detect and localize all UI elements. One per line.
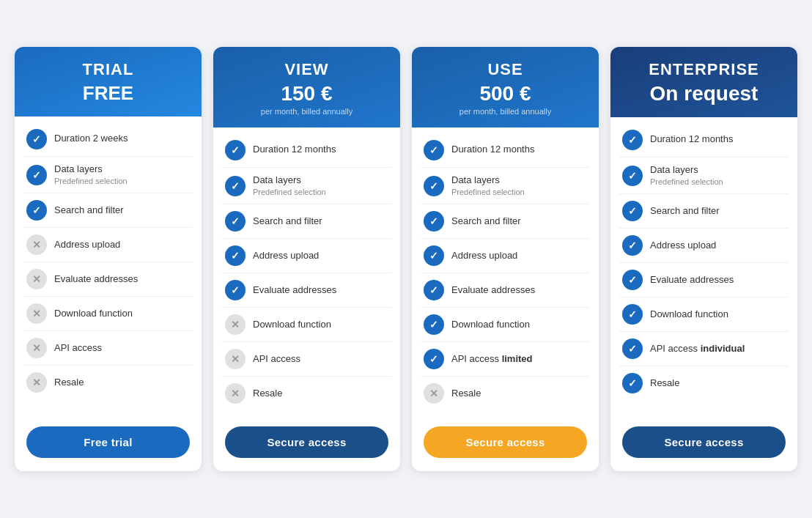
- feature-label: Data layersPredefined selection: [451, 174, 525, 197]
- feature-label: API access individual: [650, 343, 745, 355]
- check-icon: [424, 280, 444, 300]
- feature-sublabel: Predefined selection: [650, 177, 723, 187]
- feature-row: API access limited: [421, 342, 590, 377]
- feature-label: Evaluate addresses: [253, 284, 336, 297]
- feature-row: Search and filter: [619, 194, 789, 229]
- feature-label: Data layersPredefined selection: [650, 164, 723, 187]
- feature-row: Address upload: [23, 228, 193, 262]
- trial-cta-button[interactable]: Free trial: [26, 426, 190, 458]
- trial-header: TRIALFREE: [15, 47, 202, 116]
- view-billing: per month, billed annually: [225, 107, 388, 116]
- feature-label: Data layersPredefined selection: [54, 163, 128, 186]
- check-icon: [622, 130, 643, 150]
- enterprise-price: On request: [622, 82, 786, 106]
- feature-row: Data layersPredefined selection: [619, 158, 789, 194]
- feature-label: Address upload: [253, 250, 319, 262]
- feature-row: Resale: [222, 377, 391, 410]
- use-billing: per month, billed annually: [424, 107, 587, 116]
- feature-label: Resale: [650, 377, 679, 390]
- feature-label: Address upload: [451, 250, 517, 262]
- feature-label: API access limited: [451, 353, 533, 366]
- trial-features: Duration 2 weeksData layersPredefined se…: [15, 116, 202, 416]
- check-icon: [225, 245, 246, 266]
- feature-row: Search and filter: [421, 204, 590, 239]
- enterprise-cta-button[interactable]: Secure access: [622, 426, 786, 458]
- check-icon: [622, 201, 643, 221]
- feature-label: Evaluate addresses: [54, 273, 138, 286]
- check-icon: [26, 200, 47, 221]
- feature-row: Resale: [23, 366, 193, 399]
- feature-label: Download function: [54, 308, 133, 320]
- enterprise-name: ENTERPRISE: [622, 60, 786, 79]
- cross-icon: [225, 314, 246, 335]
- feature-row: API access: [23, 331, 193, 366]
- view-cta-button[interactable]: Secure access: [225, 426, 388, 458]
- enterprise-header: ENTERPRISEOn request: [610, 47, 797, 117]
- view-name: VIEW: [225, 60, 388, 79]
- feature-label: Address upload: [54, 239, 120, 251]
- check-icon: [225, 140, 246, 160]
- feature-row: Data layersPredefined selection: [421, 168, 590, 204]
- feature-label: Resale: [451, 388, 481, 400]
- use-name: USE: [424, 60, 587, 79]
- feature-label: Evaluate addresses: [451, 284, 535, 297]
- check-icon: [622, 304, 643, 325]
- feature-row: Evaluate addresses: [23, 262, 193, 297]
- use-cta-button[interactable]: Secure access: [424, 426, 587, 458]
- feature-sublabel: Predefined selection: [253, 187, 326, 197]
- feature-row: Duration 2 weeks: [23, 122, 193, 157]
- cross-icon: [26, 372, 47, 393]
- feature-row: Evaluate addresses: [619, 263, 789, 297]
- feature-row: Evaluate addresses: [421, 273, 590, 308]
- check-icon: [622, 235, 643, 256]
- use-header: USE500 €per month, billed annually: [412, 47, 599, 127]
- feature-label: Address upload: [650, 240, 716, 252]
- feature-row: Address upload: [421, 239, 590, 273]
- card-trial: TRIALFREEDuration 2 weeksData layersPred…: [15, 47, 202, 471]
- check-icon: [225, 211, 246, 232]
- card-enterprise: ENTERPRISEOn requestDuration 12 monthsDa…: [610, 47, 797, 471]
- check-icon: [424, 349, 444, 369]
- feature-row: API access: [222, 342, 391, 377]
- feature-label: Duration 12 months: [451, 144, 534, 156]
- feature-label: Search and filter: [253, 215, 322, 228]
- check-icon: [424, 245, 444, 266]
- feature-label: Duration 12 months: [253, 144, 336, 156]
- check-icon: [424, 211, 444, 232]
- check-icon: [26, 129, 47, 149]
- feature-row: Resale: [421, 377, 590, 410]
- enterprise-footer: Secure access: [610, 416, 797, 471]
- view-price: 150 €: [225, 82, 388, 106]
- feature-row: Data layersPredefined selection: [23, 157, 193, 193]
- cross-icon: [26, 234, 47, 255]
- feature-row: Search and filter: [23, 193, 193, 228]
- check-icon: [622, 270, 643, 290]
- trial-footer: Free trial: [15, 416, 202, 471]
- feature-label: Data layersPredefined selection: [253, 174, 326, 197]
- feature-row: API access individual: [619, 332, 789, 366]
- feature-label: Download function: [650, 308, 728, 321]
- feature-sublabel: Predefined selection: [54, 176, 128, 186]
- pricing-grid: TRIALFREEDuration 2 weeksData layersPred…: [15, 47, 797, 471]
- feature-sublabel: Predefined selection: [451, 187, 525, 197]
- feature-label: Search and filter: [650, 205, 720, 218]
- view-footer: Secure access: [213, 416, 400, 471]
- feature-row: Data layersPredefined selection: [222, 168, 391, 204]
- cross-icon: [26, 303, 47, 324]
- feature-label: Download function: [451, 319, 530, 331]
- feature-row: Search and filter: [222, 204, 391, 239]
- use-features: Duration 12 monthsData layersPredefined …: [412, 127, 599, 416]
- feature-row: Evaluate addresses: [222, 273, 391, 308]
- check-icon: [26, 165, 47, 185]
- feature-label: Resale: [54, 377, 84, 389]
- check-icon: [622, 338, 643, 359]
- check-icon: [225, 176, 246, 196]
- feature-label: Duration 2 weeks: [54, 133, 128, 145]
- check-icon: [622, 373, 643, 393]
- feature-label: API access: [253, 353, 300, 366]
- feature-row: Download function: [619, 297, 789, 332]
- check-icon: [622, 166, 643, 186]
- cross-icon: [26, 269, 47, 289]
- feature-label: Resale: [253, 388, 282, 400]
- cross-icon: [26, 338, 47, 358]
